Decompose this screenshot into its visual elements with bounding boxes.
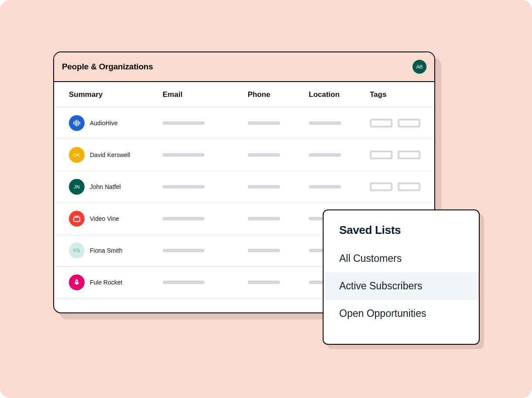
table-row[interactable]: DKDavid Kerswell: [54, 139, 434, 171]
table-row[interactable]: AudioHive: [54, 107, 434, 139]
window-header: People & Organizations AB: [54, 52, 434, 82]
location-cell: [309, 153, 370, 157]
summary-cell: AudioHive: [69, 115, 163, 131]
tags-cell: [370, 151, 420, 159]
tags-cell: [370, 119, 420, 127]
tags-cell: [370, 182, 420, 191]
tag-pill[interactable]: [398, 119, 420, 127]
summary-cell: DKDavid Kerswell: [69, 147, 163, 163]
placeholder-bar: [248, 121, 280, 125]
tag-pill[interactable]: [398, 151, 420, 159]
summary-cell: JNJohn Natfel: [69, 179, 163, 195]
summary-cell: Fule Rocket: [69, 274, 163, 290]
row-name[interactable]: David Kerswell: [90, 151, 130, 158]
window-title: People & Organizations: [62, 62, 153, 72]
email-cell: [163, 249, 248, 252]
placeholder-bar: [163, 185, 205, 189]
phone-cell: [248, 153, 309, 157]
summary-cell: FGFiona Smith: [69, 243, 163, 258]
phone-cell: [248, 217, 309, 220]
col-header-phone[interactable]: Phone: [248, 90, 309, 99]
svg-point-6: [76, 281, 77, 282]
saved-list-item[interactable]: Active Subscribers: [324, 272, 479, 300]
placeholder-bar: [309, 153, 341, 157]
saved-list-item[interactable]: Open Opportunities: [324, 300, 479, 327]
summary-cell: Video Vine: [69, 211, 163, 226]
placeholder-bar: [248, 249, 280, 252]
location-cell: [309, 121, 370, 125]
phone-cell: [248, 281, 309, 284]
row-name[interactable]: AudioHive: [90, 120, 118, 127]
email-cell: [163, 281, 248, 284]
col-header-email[interactable]: Email: [163, 90, 248, 99]
badge-initials: JN: [74, 184, 79, 189]
tv-icon: [69, 211, 85, 226]
row-name[interactable]: Fiona Smith: [90, 247, 123, 254]
svg-rect-5: [74, 217, 80, 222]
saved-list-item[interactable]: All Customers: [324, 245, 479, 272]
table-row[interactable]: JNJohn Natfel: [54, 171, 434, 203]
placeholder-bar: [163, 121, 205, 125]
popover-title: Saved Lists: [324, 210, 479, 245]
tag-pill[interactable]: [370, 151, 392, 159]
placeholder-bar: [163, 249, 205, 252]
placeholder-bar: [248, 185, 280, 189]
email-cell: [163, 121, 248, 125]
phone-cell: [248, 185, 309, 189]
badge-initials: FG: [73, 248, 80, 253]
placeholder-bar: [309, 121, 341, 125]
col-header-location[interactable]: Location: [309, 90, 370, 99]
placeholder-bar: [309, 185, 341, 189]
row-name[interactable]: John Natfel: [90, 183, 121, 190]
initials-badge: DK: [69, 147, 85, 163]
badge-initials: DK: [73, 152, 80, 158]
user-avatar[interactable]: AB: [413, 60, 426, 74]
location-cell: [309, 185, 370, 189]
email-cell: [163, 217, 248, 220]
initials-badge: JN: [69, 179, 85, 195]
email-cell: [163, 185, 248, 189]
tag-pill[interactable]: [398, 182, 420, 191]
placeholder-bar: [248, 281, 280, 284]
col-header-summary[interactable]: Summary: [69, 90, 163, 99]
tag-pill[interactable]: [370, 119, 392, 127]
initials-badge: FG: [69, 243, 85, 258]
phone-cell: [248, 249, 309, 252]
placeholder-bar: [163, 281, 205, 284]
phone-cell: [248, 121, 309, 125]
row-name[interactable]: Fule Rocket: [90, 279, 123, 286]
placeholder-bar: [248, 153, 280, 157]
table-header-row: Summary Email Phone Location Tags: [54, 82, 434, 107]
stage: People & Organizations AB Summary Email …: [0, 0, 532, 398]
col-header-tags[interactable]: Tags: [370, 90, 419, 99]
email-cell: [163, 153, 248, 157]
placeholder-bar: [163, 217, 205, 220]
placeholder-bar: [163, 153, 205, 157]
row-name[interactable]: Video Vine: [90, 215, 119, 222]
placeholder-bar: [248, 217, 280, 220]
rocket-icon: [69, 274, 85, 290]
waveform-icon: [69, 115, 85, 131]
saved-lists-popover: Saved Lists All CustomersActive Subscrib…: [323, 209, 480, 345]
tag-pill[interactable]: [370, 182, 392, 191]
